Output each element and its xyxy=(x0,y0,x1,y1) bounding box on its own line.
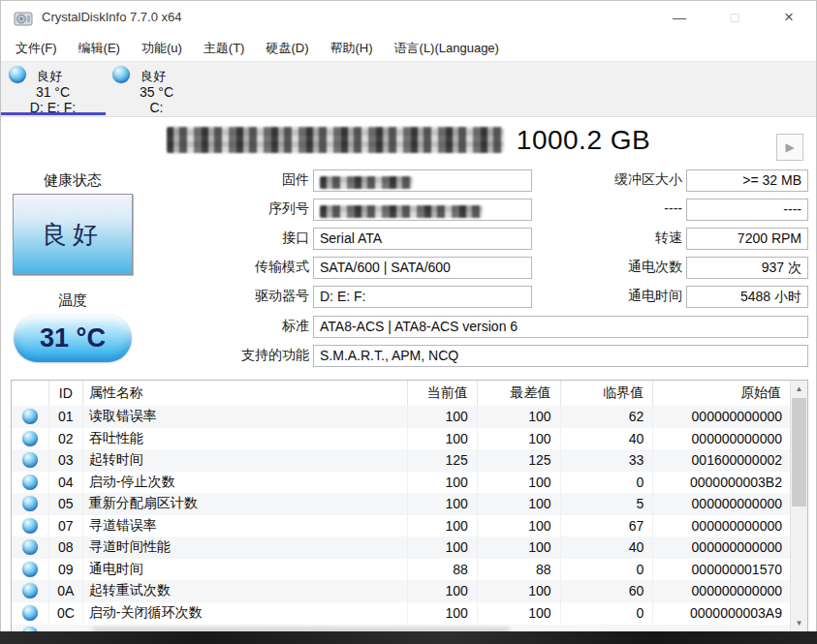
cell-raw: 000000001570 xyxy=(653,559,791,581)
cell-current: 100 xyxy=(408,580,478,602)
drive-tab-def[interactable]: 良好 31 °C D: E: F: xyxy=(1,62,105,116)
maximize-button[interactable]: □ xyxy=(712,1,757,34)
cell-worst: 100 xyxy=(478,428,561,450)
cell-attribute-name: 读取错误率 xyxy=(83,406,408,428)
cell-attribute-name: 启动-停止次数 xyxy=(83,472,408,494)
header-threshold: 临界值 xyxy=(561,381,654,406)
status-orb-icon xyxy=(12,449,49,472)
cell-attribute-name: 寻道错误率 xyxy=(83,515,408,537)
cell-threshold: 62 xyxy=(561,406,654,428)
header-attribute-name: 属性名称 xyxy=(83,381,408,406)
cell-attribute-name: 吞吐性能 xyxy=(83,428,408,450)
menu-edit[interactable]: 编辑(E) xyxy=(68,36,131,61)
minimize-button[interactable]: — xyxy=(657,1,702,34)
cell-raw: 000000000000 xyxy=(653,515,791,537)
field-label: 接口 xyxy=(117,230,309,247)
drive-tab-c[interactable]: 良好 35 °C C: xyxy=(105,62,208,116)
field-value-box: D: E: F: xyxy=(313,286,532,308)
menu-theme[interactable]: 主题(T) xyxy=(193,36,256,61)
drive-tab-status: 良好 xyxy=(37,68,62,85)
cell-id: 08 xyxy=(49,537,83,559)
header-raw: 原始值 xyxy=(653,381,791,406)
cell-threshold: 40 xyxy=(561,537,654,559)
table-row: 01 读取错误率 100 100 62 000000000000 xyxy=(12,406,791,428)
cell-raw: 000000000000 xyxy=(653,537,791,559)
health-status-button[interactable]: 良好 xyxy=(13,194,133,275)
scrollbar-thumb[interactable] xyxy=(792,398,806,506)
drive-tab-status: 良好 xyxy=(141,68,166,85)
menu-help[interactable]: 帮助(H) xyxy=(320,36,384,61)
cell-attribute-name: 通电时间 xyxy=(83,559,408,581)
header-status xyxy=(12,381,49,406)
close-button[interactable]: × xyxy=(767,1,811,34)
title-bar: CrystalDiskInfo 7.7.0 x64 — □ × xyxy=(1,1,816,36)
field-value-box: 937 次 xyxy=(686,257,808,279)
cell-threshold: 60 xyxy=(561,580,654,602)
status-orb-icon xyxy=(12,472,49,494)
cell-attribute-name: 寻道时间性能 xyxy=(83,537,408,559)
menu-language[interactable]: 语言(L)(Language) xyxy=(384,36,510,61)
table-row: 09 通电时间 88 88 0 000000001570 xyxy=(12,559,791,581)
cell-raw: 000000000000 xyxy=(653,493,791,515)
table-row: 08 寻道时间性能 100 100 40 000000000000 xyxy=(12,537,791,559)
menu-disk[interactable]: 硬盘(D) xyxy=(255,36,319,61)
cell-worst: 100 xyxy=(478,406,561,428)
cell-current: 100 xyxy=(408,428,478,450)
cell-raw: 000000000000 xyxy=(653,406,791,428)
cell-current: 100 xyxy=(408,406,478,428)
cell-worst: 88 xyxy=(478,559,561,581)
cell-raw: 000000000000 xyxy=(653,428,791,450)
header-id: ID xyxy=(49,381,83,406)
field-label: 通电时间 xyxy=(530,288,682,305)
cell-raw: 000000000000 xyxy=(653,580,791,602)
scroll-down-icon[interactable]: ▼ xyxy=(791,615,807,631)
table-row: 03 起转时间 125 125 33 001600000002 xyxy=(12,449,791,472)
table-scrollbar[interactable]: ▲ ▼ xyxy=(790,381,807,631)
field-label: 支持的功能 xyxy=(117,347,309,364)
cell-current: 100 xyxy=(408,493,478,515)
menu-function[interactable]: 功能(u) xyxy=(131,36,193,61)
cell-current: 100 xyxy=(408,537,478,559)
menu-file[interactable]: 文件(F) xyxy=(5,36,68,61)
menu-bar: 文件(F) 编辑(E) 功能(u) 主题(T) 硬盘(D) 帮助(H) 语言(L… xyxy=(1,36,816,62)
field-value-box: ATA8-ACS | ATA8-ACS version 6 xyxy=(313,316,808,338)
cell-current: 125 xyxy=(408,449,478,472)
smart-header-row: ID 属性名称 当前值 最差值 临界值 原始值 xyxy=(12,381,791,407)
cell-threshold: 0 xyxy=(561,472,654,494)
redacted-model-name xyxy=(167,127,504,153)
field-label: 驱动器号 xyxy=(117,288,309,305)
header-worst: 最差值 xyxy=(478,381,561,406)
field-value-box: S.M.A.R.T., APM, NCQ xyxy=(313,345,808,367)
scroll-up-icon[interactable]: ▲ xyxy=(791,381,807,397)
field-value-box: ---- xyxy=(686,199,808,221)
cell-attribute-name: 重新分配扇区计数 xyxy=(83,493,408,515)
status-orb-icon xyxy=(12,493,49,515)
table-row: 07 寻道错误率 100 100 67 000000000000 xyxy=(12,515,791,537)
field-value-box: >= 32 MB xyxy=(686,169,808,192)
next-drive-button[interactable]: ▶ xyxy=(776,134,803,161)
cell-worst: 100 xyxy=(478,515,561,537)
cell-current: 100 xyxy=(408,472,478,494)
field-value-box: Serial ATA xyxy=(313,228,532,250)
cell-id: 05 xyxy=(49,493,83,515)
temperature-indicator[interactable]: 31 °C xyxy=(14,314,132,362)
field-label: 转速 xyxy=(530,230,682,247)
cell-id: 03 xyxy=(49,449,83,472)
window-title: CrystalDiskInfo 7.7.0 x64 xyxy=(42,10,182,24)
cell-id: 07 xyxy=(49,515,83,537)
redacted-serial xyxy=(320,205,483,218)
cell-worst: 100 xyxy=(478,580,561,602)
field-value-box: SATA/600 | SATA/600 xyxy=(313,257,532,279)
cell-id: 02 xyxy=(49,428,83,450)
cell-threshold: 5 xyxy=(561,493,654,515)
drive-tab-letters: C: xyxy=(105,100,208,115)
cell-worst: 100 xyxy=(478,493,561,515)
cell-id: 09 xyxy=(49,559,83,581)
cell-id: 01 xyxy=(49,406,83,428)
field-label: 序列号 xyxy=(117,200,309,218)
cell-attribute-name: 起转重试次数 xyxy=(83,580,408,602)
cell-threshold: 40 xyxy=(561,428,654,450)
cell-threshold: 0 xyxy=(561,602,654,625)
field-label: ---- xyxy=(530,200,682,216)
field-label: 通电次数 xyxy=(530,259,682,276)
